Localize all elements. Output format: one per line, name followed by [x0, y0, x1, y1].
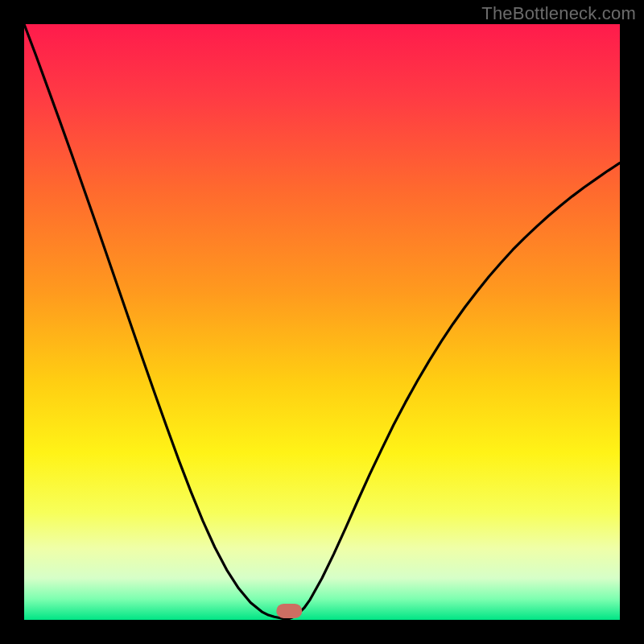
image-frame: TheBottleneck.com	[0, 0, 644, 644]
bottleneck-chart	[0, 0, 644, 644]
plot-background	[24, 24, 620, 620]
watermark-text: TheBottleneck.com	[481, 3, 636, 24]
optimal-marker	[276, 604, 302, 618]
